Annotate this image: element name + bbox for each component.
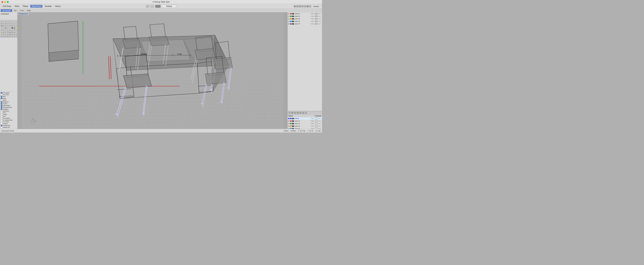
tab-top[interactable]: Top [12,9,18,12]
osnap-onpolysurface-check[interactable] [1,119,2,121]
layer-02-vis[interactable] [315,16,318,17]
layouts-button[interactable]: Layouts [312,5,320,8]
tool-view8[interactable]: ⊘ [16,36,17,38]
tool-arc[interactable]: ⌒ [11,20,13,22]
osnap-midpoint[interactable]: Midpoint [1,101,16,103]
tool-fillet[interactable]: ⌐ [14,22,16,24]
toolbar-gridsnap[interactable]: Grid Snap [2,5,12,8]
tool-zebra[interactable]: ≡ [9,29,11,31]
layer-row-01[interactable]: Layer 01 Cont... Cont... [288,12,322,15]
tool-render[interactable]: ▶ [11,31,13,33]
tool-loft[interactable]: ◈ [2,25,4,27]
tool-extrude[interactable]: ⬆ [9,25,11,27]
osnap-intersection[interactable]: Intersection [1,105,16,106]
toolbar-ortho[interactable]: Ortho [13,5,21,8]
rp2-icon1[interactable]: + [288,112,291,114]
maximize-button[interactable] [7,1,9,3]
toolbar-right-icon5[interactable]: □ [304,5,306,8]
minimize-button[interactable] [4,1,6,3]
tool-lock[interactable]: 🔒 [0,31,2,33]
tool-snap1[interactable]: ⊥ [0,33,2,35]
osnap-midpoint-check[interactable] [1,101,2,103]
rp2-icon4[interactable]: ☰ [296,112,299,114]
tool-group[interactable]: ⊞ [2,31,4,33]
tool-mirror[interactable]: ⇔ [7,22,9,24]
viewport-3d[interactable]: Perspective [18,12,288,129]
osnap-perpendicular[interactable]: Perpendicular [1,106,16,108]
osnap-oneshot[interactable]: One shot [1,94,16,96]
tool-polyline[interactable]: ⌐ [7,20,9,22]
layer2-default-vis[interactable] [315,118,318,120]
osnap-center[interactable]: Center [1,103,16,104]
tool-curve[interactable]: ~ [14,20,16,22]
tool-emap[interactable]: ◎ [11,29,13,31]
tool-trim[interactable]: ✂ [9,22,11,24]
tab-perspective[interactable]: Perspective [1,9,12,12]
osnap-tangent-check[interactable] [1,108,2,110]
rp2-icon3[interactable]: ⊡ [294,112,296,114]
layer-row-05[interactable]: Layer 05 Cont... Cont... [288,23,322,25]
osnap-smarttrack[interactable]: SmartTrack [1,125,16,126]
osnap-onpolysurface[interactable]: On polysurface [1,119,16,121]
rp2-icon5[interactable]: ⊕ [299,112,302,114]
osnap-vertex[interactable]: Vertex [1,114,16,116]
tool-sweep[interactable]: ⟳ [5,25,7,27]
layer2-row-03[interactable]: Layer 03 Cont... Cont... [288,125,322,128]
layer2-row-default[interactable]: Default Cont... Cont... [288,117,322,120]
tool-spline[interactable]: ∫ [16,20,17,22]
layer-02-color[interactable] [290,16,292,17]
osnap-knot-check[interactable] [1,112,2,114]
tool-grasshopper[interactable]: 🦗 [14,31,16,33]
tool-view7[interactable]: ⊙ [14,36,16,38]
tool-dim[interactable]: ↔ [0,27,2,29]
layer-01-vis[interactable] [315,13,318,15]
layer-03-color[interactable] [290,18,292,20]
toolbar-right-icon4[interactable]: ⛶ [301,5,304,8]
rp2-icon2[interactable]: ⊞ [291,112,293,114]
layer2-row-01[interactable]: Layer 01 Cont... Cont... [288,120,322,122]
layer-04-vis[interactable] [315,20,318,22]
tool-surface[interactable]: ▣ [0,25,2,27]
osnap-intersection-check[interactable] [1,105,2,106]
tool-view6[interactable]: ⊛ [11,36,13,38]
osnap-near[interactable]: Near [1,98,16,99]
tab-front[interactable]: Front [18,9,25,12]
tool-material[interactable]: ◧ [9,31,11,33]
tool-block[interactable]: ⊡ [5,31,7,33]
tool-circle[interactable]: ○ [9,20,11,22]
tool-boolean[interactable]: ⊔ [14,25,16,27]
layer-01-fill[interactable] [292,13,294,14]
osnap-end-check[interactable] [1,96,2,97]
toolbar-smarttrack[interactable]: SmartTrack [30,5,42,8]
osnap-near-check[interactable] [1,98,2,99]
tool-view3[interactable]: ⊟ [5,36,7,38]
tool-point[interactable]: · [2,20,4,22]
layer-row-02[interactable]: Layer 02 Cont... Cont... [288,15,322,18]
tool-select[interactable]: ↖ [0,20,2,22]
osnap-smarttrack-check[interactable] [1,125,2,126]
toolbar-icon-prev[interactable]: ◁ [146,5,150,8]
tab-right[interactable]: Right [26,9,32,12]
layer2-default-color[interactable] [290,118,292,119]
tool-light[interactable]: 💡 [16,27,17,29]
close-button[interactable] [2,1,3,3]
tool-scale[interactable]: ⊕ [5,22,7,24]
osnap-onmesh-check[interactable] [1,121,2,123]
tool-view5[interactable]: ⊚ [9,36,11,38]
osnap-disableall[interactable]: Disable all [1,126,16,128]
toolbar-right-icon3[interactable]: ☰ [299,5,301,8]
tool-move[interactable]: ✥ [0,22,2,24]
osnap-point-check[interactable] [1,99,2,101]
osnap-persistant[interactable]: Persistant [1,92,16,94]
tool-revolve[interactable]: ⊙ [7,25,9,27]
tool-chamfer[interactable]: ⌐ [16,22,17,24]
layer-04-fill[interactable] [292,21,294,22]
rp2-icon7[interactable]: ? [305,112,307,114]
tool-view1[interactable]: ⊞ [0,36,2,38]
tool-snap3[interactable]: ◇ [5,33,7,35]
toolbar-right-icon6[interactable]: ▤ [306,5,308,8]
rp2-icon6[interactable]: ⊗ [302,112,304,114]
layer-05-fill[interactable] [292,23,294,25]
osnap-line-check[interactable] [1,116,2,117]
tool-misc[interactable]: ⋯ [16,31,17,33]
